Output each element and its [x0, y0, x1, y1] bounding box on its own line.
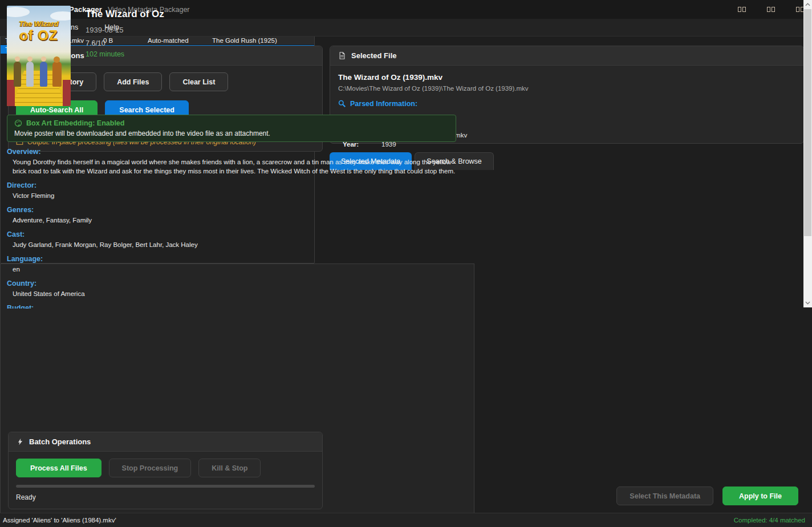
- maximize-button[interactable]: [766, 5, 776, 14]
- stop-processing-button[interactable]: Stop Processing: [109, 459, 192, 477]
- section-label: Country:: [7, 279, 456, 288]
- section-value: en: [13, 265, 456, 274]
- process-all-files-button[interactable]: Process All Files: [16, 459, 102, 477]
- kill-stop-button[interactable]: Kill & Stop: [198, 459, 261, 477]
- window-controls: [737, 5, 805, 14]
- metadata-section-budget: Budget:: [7, 304, 456, 309]
- metadata-scroll-content: The Wizard of OZ The Wizard of Oz 1939-0…: [0, 264, 463, 309]
- status-message: Assigned 'Aliens' to 'Aliens (1984).mkv': [3, 517, 116, 524]
- metadata-section-country: Country: United States of America: [7, 279, 456, 298]
- batch-status-text: Ready: [16, 493, 322, 501]
- batch-operations-header: Batch Operations: [9, 432, 322, 452]
- metadata-footer-bar: Select This Metadata Apply to File: [330, 483, 804, 509]
- batch-operations-panel: Batch Operations Process All Files Stop …: [8, 432, 323, 509]
- status-bar: Assigned 'Aliens' to 'Aliens (1984).mkv'…: [0, 513, 812, 527]
- lightning-icon: [17, 437, 24, 446]
- section-label: Budget:: [7, 304, 456, 309]
- batch-progress-bar: [16, 485, 315, 488]
- metadata-section-language: Language: en: [7, 264, 456, 274]
- apply-to-file-button[interactable]: Apply to File: [722, 487, 798, 505]
- minimize-button[interactable]: [737, 5, 747, 14]
- completion-status: Completed: 4/4 matched: [734, 517, 805, 524]
- section-value: United States of America: [13, 289, 456, 298]
- select-this-metadata-button[interactable]: Select This Metadata: [616, 487, 713, 505]
- batch-operations-title: Batch Operations: [29, 437, 91, 446]
